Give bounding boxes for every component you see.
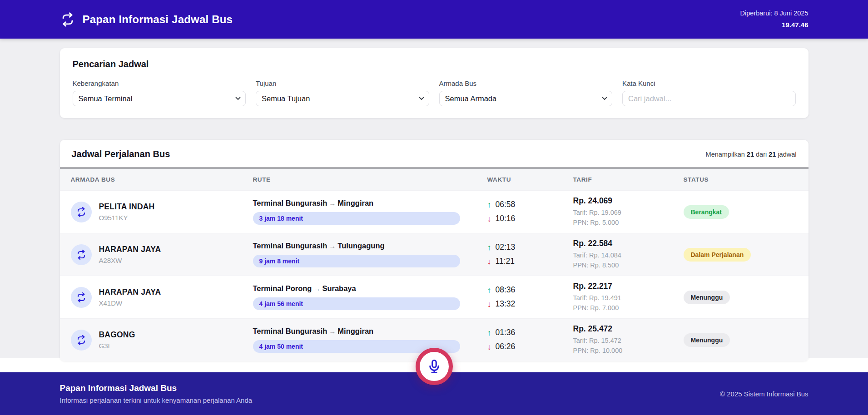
status-badge: Menunggu xyxy=(684,333,730,347)
arrow-down-icon: ↓ xyxy=(487,300,491,308)
footer-brand: Papan Informasi Jadwal Bus Informasi per… xyxy=(60,383,253,404)
last-updated: Diperbarui: 8 Juni 2025 19.47.46 xyxy=(740,9,808,30)
status-badge: Dalam Perjalanan xyxy=(684,248,751,262)
microphone-icon xyxy=(427,359,442,374)
transfer-arrows-icon xyxy=(71,287,92,308)
price-tax: PPN: Rp. 7.000 xyxy=(573,303,684,313)
table-header: ARMADA BUS RUTE WAKTU TARIF STATUS xyxy=(60,168,808,190)
footer-title: Papan Informasi Jadwal Bus xyxy=(60,383,253,393)
footer-copyright: © 2025 Sistem Informasi Bus xyxy=(720,390,808,398)
bus-code: A28XW xyxy=(99,257,161,264)
transfer-arrows-icon xyxy=(71,330,92,351)
route-arrow-icon: → xyxy=(327,242,337,250)
filter-keyword: Kata Kunci xyxy=(622,79,796,106)
arrow-up-icon: ↑ xyxy=(487,243,491,252)
price-total: Rp. 24.069 xyxy=(573,196,684,206)
filter-destination: Tujuan Semua Tujuan xyxy=(256,79,429,106)
departure-label: Keberangkatan xyxy=(73,79,246,87)
duration-badge: 9 jam 8 menit xyxy=(253,255,460,267)
arrival-time: ↓10:16 xyxy=(487,215,573,223)
transfer-arrows-icon xyxy=(60,12,75,27)
route: Terminal Porong→Surabaya xyxy=(253,284,487,293)
filter-fleet: Armada Bus Semua Armada xyxy=(439,79,613,106)
main-content: Pencarian Jadwal Keberangkatan Semua Ter… xyxy=(0,39,868,372)
status-badge: Menunggu xyxy=(684,291,730,304)
route: Terminal Bungurasih→Tulungagung xyxy=(253,242,487,250)
column-status: STATUS xyxy=(684,176,798,183)
destination-label: Tujuan xyxy=(256,79,429,87)
price-total: Rp. 25.472 xyxy=(573,324,684,334)
route: Terminal Bungurasih→Minggiran xyxy=(253,327,487,336)
keyword-input[interactable] xyxy=(622,91,796,106)
arrival-time: ↓11:21 xyxy=(487,257,573,266)
status-badge: Berangkat xyxy=(684,205,729,219)
schedule-panel: Jadwal Perjalanan Bus Menampilkan 21 dar… xyxy=(60,140,808,361)
arrow-up-icon: ↑ xyxy=(487,201,491,209)
bus-code: O9511KY xyxy=(99,214,155,222)
filter-departure: Keberangkatan Semua Terminal xyxy=(73,79,246,106)
bus-code: X41DW xyxy=(99,299,161,307)
departure-time: ↑01:36 xyxy=(487,329,573,337)
price-base: Tarif: Rp. 19.069 xyxy=(573,208,684,217)
microphone-button[interactable] xyxy=(416,348,453,385)
bus-name: HARAPAN JAYA xyxy=(99,287,161,297)
result-count: Menampilkan 21 dari 21 jadwal xyxy=(706,151,797,158)
price-tax: PPN: Rp. 8.500 xyxy=(573,261,684,270)
column-rute: RUTE xyxy=(253,176,487,183)
destination-select[interactable]: Semua Tujuan xyxy=(256,91,429,106)
transfer-arrows-icon xyxy=(71,202,92,222)
route-arrow-icon: → xyxy=(327,199,337,207)
transfer-arrows-icon xyxy=(71,244,92,265)
route: Terminal Bungurasih→Minggiran xyxy=(253,199,487,208)
fleet-label: Armada Bus xyxy=(439,79,613,87)
column-armada-bus: ARMADA BUS xyxy=(71,176,253,183)
page: Papan Informasi Jadwal Bus Diperbarui: 8… xyxy=(0,0,868,415)
column-waktu: WAKTU xyxy=(487,176,573,183)
updated-date: Diperbarui: 8 Juni 2025 xyxy=(740,9,808,19)
brand: Papan Informasi Jadwal Bus xyxy=(60,12,233,27)
table-row: HARAPAN JAYA A28XW Terminal Bungurasih→T… xyxy=(60,233,808,276)
arrow-down-icon: ↓ xyxy=(487,343,491,351)
app-header: Papan Informasi Jadwal Bus Diperbarui: 8… xyxy=(0,0,868,39)
arrival-time: ↓06:26 xyxy=(487,343,573,351)
bus-name: BAGONG xyxy=(99,330,135,340)
search-panel: Pencarian Jadwal Keberangkatan Semua Ter… xyxy=(60,48,808,118)
keyword-label: Kata Kunci xyxy=(622,79,796,87)
departure-select[interactable]: Semua Terminal xyxy=(73,91,246,106)
search-panel-title: Pencarian Jadwal xyxy=(73,59,796,69)
duration-badge: 4 jam 56 menit xyxy=(253,297,460,310)
price-tax: PPN: Rp. 5.000 xyxy=(573,218,684,227)
updated-time: 19.47.46 xyxy=(740,20,808,30)
price-total: Rp. 22.217 xyxy=(573,282,684,291)
price-base: Tarif: Rp. 15.472 xyxy=(573,336,684,346)
arrow-down-icon: ↓ xyxy=(487,215,491,223)
arrival-time: ↓13:32 xyxy=(487,300,573,308)
table-row: PELITA INDAH O9511KY Terminal Bungurasih… xyxy=(60,190,808,233)
table-row: HARAPAN JAYA X41DW Terminal Porong→Surab… xyxy=(60,276,808,318)
duration-badge: 3 jam 18 menit xyxy=(253,212,460,225)
arrow-up-icon: ↑ xyxy=(487,286,491,294)
price-total: Rp. 22.584 xyxy=(573,239,684,248)
departure-time: ↑02:13 xyxy=(487,243,573,252)
schedule-title: Jadwal Perjalanan Bus xyxy=(72,149,170,159)
price-base: Tarif: Rp. 14.084 xyxy=(573,251,684,260)
arrow-up-icon: ↑ xyxy=(487,329,491,337)
bus-code: G3I xyxy=(99,342,135,350)
arrow-down-icon: ↓ xyxy=(487,257,491,266)
departure-time: ↑06:58 xyxy=(487,201,573,209)
price-tax: PPN: Rp. 10.000 xyxy=(573,346,684,356)
app-title: Papan Informasi Jadwal Bus xyxy=(83,13,233,26)
footer-subtitle: Informasi perjalanan terkini untuk kenya… xyxy=(60,396,253,404)
departure-time: ↑08:36 xyxy=(487,286,573,294)
price-base: Tarif: Rp. 19.491 xyxy=(573,293,684,303)
bus-name: PELITA INDAH xyxy=(99,202,155,212)
bus-name: HARAPAN JAYA xyxy=(99,245,161,254)
route-arrow-icon: → xyxy=(312,285,322,292)
fleet-select[interactable]: Semua Armada xyxy=(439,91,613,106)
column-tarif: TARIF xyxy=(573,176,684,183)
route-arrow-icon: → xyxy=(327,327,337,335)
